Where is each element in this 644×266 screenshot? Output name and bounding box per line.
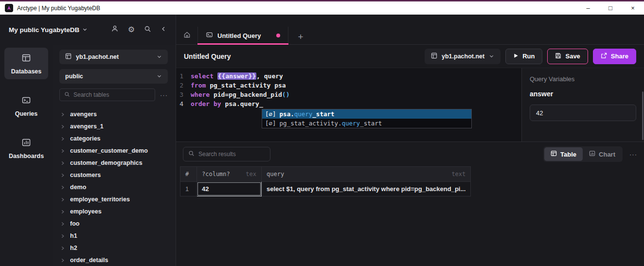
chevron-right-icon[interactable] bbox=[60, 207, 65, 216]
chevron-right-icon[interactable] bbox=[60, 183, 65, 192]
chevron-right-icon[interactable] bbox=[60, 244, 65, 252]
column-header[interactable]: querytext bbox=[262, 167, 471, 182]
search-icon[interactable] bbox=[144, 25, 151, 35]
nav-rail: DatabasesQueriesDashboards bbox=[0, 45, 53, 266]
chevron-right-icon[interactable] bbox=[60, 256, 65, 265]
table-name: order_details bbox=[70, 257, 108, 264]
window-title: Arctype | My public YugabyteDB bbox=[17, 5, 577, 12]
table-name: customer_customer_demo bbox=[70, 147, 148, 154]
chart-view-button[interactable]: Chart bbox=[583, 147, 622, 161]
table-tree-item[interactable]: customer_demographics bbox=[59, 157, 168, 169]
table-name: h2 bbox=[70, 245, 77, 251]
autocomplete-popup: [∅]psa.query_start[∅]pg_stat_activity.qu… bbox=[262, 109, 472, 128]
table-list-more-button[interactable]: ··· bbox=[160, 91, 168, 99]
new-tab-button[interactable]: + bbox=[298, 32, 304, 44]
sidebar-item-dashboards[interactable]: Dashboards bbox=[4, 132, 48, 164]
table-tree-item[interactable]: avengers bbox=[59, 108, 168, 120]
results-table: #?column?texquerytext142select $1, query… bbox=[180, 166, 471, 196]
table-tree-item[interactable]: customers bbox=[59, 169, 168, 181]
line-number: 2 bbox=[176, 81, 191, 90]
share-button[interactable]: Share bbox=[593, 49, 636, 64]
chevron-right-icon[interactable] bbox=[60, 195, 65, 204]
connection-name: yb1.pachot.net bbox=[76, 53, 152, 60]
table-name: avengers bbox=[70, 111, 97, 118]
data-cell[interactable]: select $1, query from pg_stat_activity w… bbox=[262, 182, 471, 196]
chevron-right-icon[interactable] bbox=[60, 134, 65, 143]
table-tree-item[interactable]: order_details bbox=[59, 254, 168, 266]
chevron-right-icon[interactable] bbox=[60, 159, 65, 167]
table-name: employee_territories bbox=[70, 196, 130, 203]
variables-panel-title: Query Variables bbox=[530, 75, 636, 83]
workspace-name[interactable]: My public YugabyteDB bbox=[9, 26, 79, 34]
schema-name: public bbox=[65, 73, 152, 80]
table-tree-item[interactable]: h2 bbox=[59, 242, 168, 254]
column-header[interactable]: ?column?tex bbox=[197, 167, 262, 182]
table-tree-item[interactable]: categories bbox=[59, 132, 168, 144]
run-button[interactable]: Run bbox=[505, 49, 542, 64]
column-header[interactable]: # bbox=[180, 167, 197, 182]
chevron-right-icon[interactable] bbox=[60, 171, 65, 179]
query-header: Untitled Query yb1.pachot.net Run Save S… bbox=[176, 45, 644, 68]
editor-line[interactable]: 3where pid=pg_backend_pid() bbox=[176, 90, 521, 99]
app-body: My public YugabyteDB ⚙ DatabasesQueriesD… bbox=[0, 15, 644, 266]
table-tree-item[interactable]: customer_customer_demo bbox=[59, 144, 168, 157]
table-tree-item[interactable]: employee_territories bbox=[59, 193, 168, 205]
sidebar-item-queries[interactable]: Queries bbox=[4, 90, 48, 122]
chevron-right-icon[interactable] bbox=[60, 122, 65, 131]
connection-select[interactable]: yb1.pachot.net bbox=[59, 50, 168, 64]
table-view-button[interactable]: Table bbox=[544, 147, 583, 161]
results-search[interactable] bbox=[183, 147, 270, 161]
variable-value-input[interactable] bbox=[530, 105, 636, 121]
home-icon bbox=[183, 31, 191, 40]
data-cell[interactable]: 42 bbox=[197, 182, 262, 196]
query-variables-panel: Query Variables answer bbox=[521, 68, 644, 142]
results-more-button[interactable]: ··· bbox=[629, 151, 637, 158]
autocomplete-item[interactable]: [∅]psa.query_start bbox=[262, 109, 471, 119]
table-tree-item[interactable]: demo bbox=[59, 181, 168, 193]
chevron-down-icon[interactable] bbox=[82, 25, 88, 34]
chevron-right-icon[interactable] bbox=[60, 146, 65, 155]
sql-editor[interactable]: 1select {{answer}}, query2from pg_stat_a… bbox=[176, 68, 521, 142]
chevron-right-icon[interactable] bbox=[60, 231, 65, 240]
editor-line[interactable]: 1select {{answer}}, query bbox=[176, 71, 521, 81]
workspace-header: My public YugabyteDB ⚙ bbox=[0, 15, 176, 45]
table-tree-item[interactable]: employees bbox=[59, 205, 168, 217]
table-tree-item[interactable]: h1 bbox=[59, 230, 168, 242]
home-tab[interactable] bbox=[176, 27, 197, 44]
maximize-button[interactable]: □ bbox=[599, 1, 622, 15]
code-text: where pid=pg_backend_pid() bbox=[191, 90, 290, 99]
results-panel: TableChart ··· #?column?texquerytext142s… bbox=[176, 142, 644, 266]
user-icon[interactable] bbox=[111, 25, 119, 35]
close-button[interactable]: × bbox=[622, 1, 644, 15]
table-tree-item[interactable]: avengers_1 bbox=[59, 120, 168, 132]
autocomplete-item[interactable]: [∅]pg_stat_activity.query_start bbox=[262, 119, 471, 128]
editor-line[interactable]: 2from pg_stat_activity psa bbox=[176, 81, 521, 90]
editor-lines: 1select {{answer}}, query2from pg_stat_a… bbox=[176, 71, 521, 108]
column-name: ?column? bbox=[202, 171, 230, 177]
table-search[interactable] bbox=[59, 89, 155, 101]
table-search-input[interactable] bbox=[73, 91, 150, 98]
query-connection-select[interactable]: yb1.pachot.net bbox=[425, 49, 501, 64]
gear-icon[interactable]: ⚙ bbox=[128, 26, 135, 34]
left-panel: My public YugabyteDB ⚙ DatabasesQueriesD… bbox=[0, 15, 176, 266]
column-type: text bbox=[447, 171, 465, 177]
chevron-down-icon bbox=[157, 72, 162, 81]
editor-line[interactable]: 4order by psa.query_ bbox=[176, 99, 521, 108]
column-name: # bbox=[185, 171, 189, 177]
chevron-right-icon[interactable] bbox=[60, 219, 65, 228]
left-body: DatabasesQueriesDashboards yb1.pachot.ne… bbox=[0, 45, 176, 266]
query-title: Untitled Query bbox=[184, 53, 420, 60]
table-tree-item[interactable]: foo bbox=[59, 217, 168, 230]
minimize-button[interactable]: – bbox=[577, 1, 599, 15]
table-name: demo bbox=[70, 184, 86, 191]
results-search-input[interactable] bbox=[198, 151, 265, 158]
line-number: 1 bbox=[176, 71, 191, 81]
sidebar-item-databases[interactable]: Databases bbox=[4, 48, 48, 79]
scrollbar-thumb[interactable] bbox=[642, 91, 644, 140]
chevron-right-icon[interactable] bbox=[60, 110, 65, 119]
schema-select[interactable]: public bbox=[59, 69, 168, 84]
collapse-sidebar-icon[interactable] bbox=[161, 25, 167, 34]
save-icon bbox=[555, 53, 561, 60]
tab-untitled-query[interactable]: Untitled Query bbox=[197, 27, 288, 44]
save-button[interactable]: Save bbox=[547, 49, 588, 64]
